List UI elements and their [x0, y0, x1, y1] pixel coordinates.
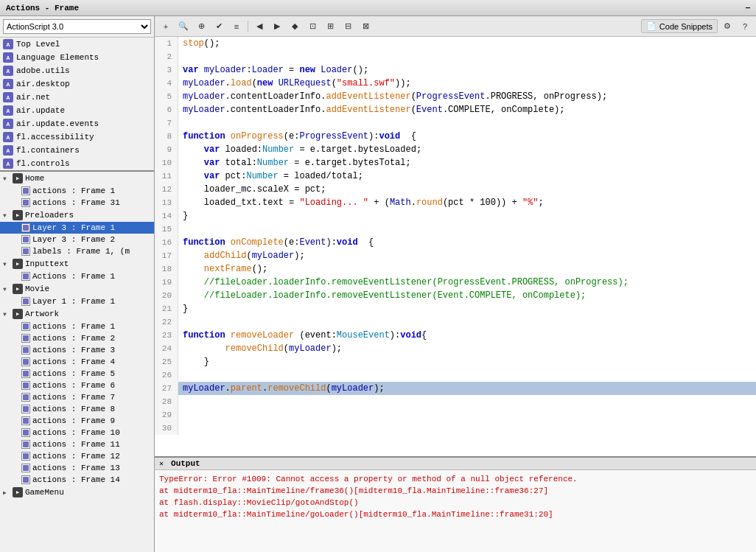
tree-item-artwork-frame9[interactable]: actions : Frame 9 — [0, 415, 154, 427]
top-list-item[interactable]: Afl.accessibility — [0, 130, 154, 144]
line-content: function removeLoader (event:MouseEvent)… — [178, 329, 427, 342]
tree-item-artwork-frame13[interactable]: actions : Frame 13 — [0, 462, 154, 474]
top-list-item[interactable]: Aair.update.events — [0, 117, 154, 130]
add-new-button[interactable]: + — [158, 18, 174, 35]
frame-icon-inner — [23, 298, 29, 304]
output-line: at midterm10_fla::MainTimeline/goLoader(… — [159, 509, 752, 520]
tree-item-home-actions-frame31[interactable]: actions : Frame 31 — [0, 197, 154, 209]
line-content: myLoader.load(new URLRequest("small.swf"… — [178, 77, 411, 90]
line-number: 7 — [155, 116, 178, 130]
line-content: function onProgress(e:ProgressEvent):voi… — [178, 130, 416, 143]
tree-item-label: Layer 1 : Frame 1 — [32, 297, 115, 306]
tree-item-preloaders-layer3-frame2[interactable]: Layer 3 : Frame 2 — [0, 234, 154, 245]
top-list-item[interactable]: Afl.containers — [0, 144, 154, 157]
tree-item-artwork-frame11[interactable]: actions : Frame 11 — [0, 439, 154, 450]
tree-item-preloaders[interactable]: ▼Preloaders — [0, 209, 154, 222]
line-number: 4 — [155, 77, 178, 90]
list-item-label: Top Level — [16, 40, 60, 49]
output-close-button[interactable]: ✕ — [159, 459, 164, 468]
tree-item-preloaders-labels-frame1[interactable]: labels : Frame 1, (m — [0, 245, 154, 257]
top-list-item[interactable]: Aair.net — [0, 91, 154, 104]
debug-btn5[interactable]: ⊞ — [322, 18, 338, 35]
frame-icon-inner — [23, 248, 29, 254]
list-item-label: fl.containers — [16, 146, 80, 155]
line-content: loader_mc.scaleX = pct; — [178, 183, 326, 196]
code-line: 13 loaded_txt.text = "Loading... " + (Ma… — [155, 196, 756, 209]
actionscript-dropdown-container: ActionScript 3.0 ActionScript 2.0 Action… — [0, 16, 154, 38]
code-line: 23function removeLoader (event:MouseEven… — [155, 329, 756, 342]
tree-item-home-actions-frame1[interactable]: actions : Frame 1 — [0, 185, 154, 197]
top-list-item[interactable]: Aadobe.utils — [0, 64, 154, 77]
frame-icon — [21, 247, 30, 256]
auto-format-button[interactable]: ≡ — [228, 18, 245, 35]
chevron-icon: ▼ — [3, 212, 10, 219]
output-line: at flash.display::MovieClip/gotoAndStop(… — [159, 497, 752, 509]
tree-item-home[interactable]: ▼Home — [0, 172, 154, 185]
tree-item-inputtext-actions-frame1[interactable]: Actions : Frame 1 — [0, 270, 154, 282]
scene-tree: ▼Homeactions : Frame 1actions : Frame 31… — [0, 172, 154, 499]
frame-icon-inner — [23, 382, 29, 388]
debug-btn6[interactable]: ⊟ — [340, 18, 356, 35]
frame-icon — [21, 186, 30, 195]
code-snippets-button[interactable]: 📄 Code Snippets — [641, 19, 718, 33]
frame-icon — [21, 198, 30, 207]
tree-item-inputtext[interactable]: ▼Inputtext — [0, 257, 154, 270]
list-item-label: fl.controls — [16, 159, 70, 168]
top-list-item[interactable]: ALanguage Elements — [0, 51, 154, 64]
code-line: 12 loader_mc.scaleX = pct; — [155, 183, 756, 196]
code-editor[interactable]: 1stop();23var myLoader:Loader = new Load… — [155, 37, 756, 456]
code-line: 11 var pct:Number = loaded/total; — [155, 170, 756, 183]
tree-item-movie[interactable]: ▼Movie — [0, 282, 154, 296]
main-container: ActionScript 3.0 ActionScript 2.0 Action… — [0, 16, 756, 552]
line-number: 26 — [155, 368, 178, 382]
tree-item-gamemenu[interactable]: ▶GameMenu — [0, 486, 154, 499]
frame-icon-inner — [23, 418, 29, 424]
code-line: 19 //fileLoader.loaderInfo.removeEventLi… — [155, 276, 756, 289]
top-list-item[interactable]: Afl.controls — [0, 157, 154, 170]
actionscript-version-select[interactable]: ActionScript 3.0 ActionScript 2.0 Action… — [3, 19, 151, 34]
list-item-icon: A — [3, 39, 13, 49]
debug-btn7[interactable]: ⊠ — [357, 18, 374, 35]
tree-item-artwork-frame4[interactable]: actions : Frame 4 — [0, 356, 154, 368]
tree-item-artwork-frame10[interactable]: actions : Frame 10 — [0, 427, 154, 439]
top-list-item[interactable]: Aair.update — [0, 104, 154, 117]
frame-icon-inner — [23, 453, 29, 459]
frame-icon — [21, 440, 30, 449]
tree-item-movie-layer1-frame1[interactable]: Layer 1 : Frame 1 — [0, 296, 154, 307]
check-syntax-button[interactable]: ✔ — [211, 18, 227, 35]
tree-item-artwork-frame14[interactable]: actions : Frame 14 — [0, 474, 154, 486]
top-list-item[interactable]: Aair.desktop — [0, 77, 154, 91]
line-content: myLoader.parent.removeChild(myLoader); — [178, 382, 385, 395]
debug-btn1[interactable]: ◀ — [251, 18, 267, 35]
line-content: } — [178, 355, 209, 368]
tree-item-artwork-frame7[interactable]: actions : Frame 7 — [0, 391, 154, 403]
tree-item-preloaders-layer3-frame1[interactable]: Layer 3 : Frame 1 — [0, 222, 154, 234]
tree-scroll-area[interactable]: ▼Homeactions : Frame 1actions : Frame 31… — [0, 172, 154, 552]
tree-item-artwork-frame6[interactable]: actions : Frame 6 — [0, 380, 154, 391]
collapse-button[interactable]: — — [746, 4, 750, 12]
tree-item-artwork-frame5[interactable]: actions : Frame 5 — [0, 368, 154, 380]
debug-btn3[interactable]: ◆ — [287, 18, 303, 35]
tree-item-artwork[interactable]: ▼Artwork — [0, 307, 154, 321]
tree-item-artwork-frame12[interactable]: actions : Frame 12 — [0, 450, 154, 462]
toolbar-sep-1 — [248, 21, 248, 32]
frame-icon — [21, 223, 30, 232]
tree-item-label: actions : Frame 3 — [32, 346, 115, 354]
tree-item-artwork-frame8[interactable]: actions : Frame 8 — [0, 403, 154, 415]
frame-icon-inner — [23, 237, 29, 242]
debug-btn2[interactable]: ▶ — [269, 18, 285, 35]
list-item-label: air.update.events — [16, 119, 99, 128]
frame-icon — [21, 369, 30, 378]
insert-target-button[interactable]: ⊕ — [193, 18, 209, 35]
tree-item-artwork-frame2[interactable]: actions : Frame 2 — [0, 332, 154, 344]
help-button[interactable]: ? — [737, 18, 753, 35]
find-button[interactable]: 🔍 — [175, 18, 192, 35]
tree-item-artwork-frame3[interactable]: actions : Frame 3 — [0, 344, 154, 356]
top-list-item[interactable]: ATop Level — [0, 38, 154, 51]
settings-button[interactable]: ⚙ — [719, 18, 735, 35]
list-item-icon: A — [3, 105, 13, 116]
folder-icon — [13, 173, 23, 184]
code-line: 18 nextFrame(); — [155, 262, 756, 276]
tree-item-artwork-frame1[interactable]: actions : Frame 1 — [0, 321, 154, 332]
debug-btn4[interactable]: ⊡ — [304, 18, 321, 35]
